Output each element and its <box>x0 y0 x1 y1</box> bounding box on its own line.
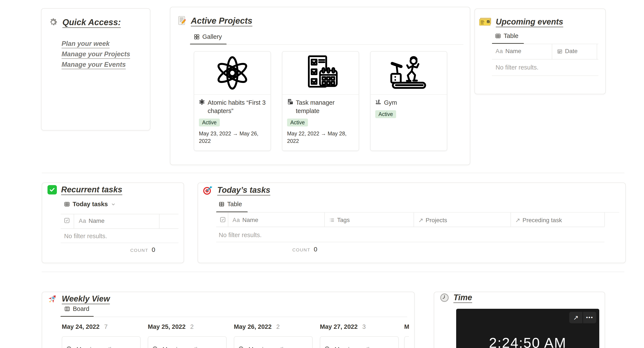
tab-table-upcoming[interactable]: Table <box>495 32 518 40</box>
card-dates: May 22, 2022 → May 28, 2022 <box>287 130 351 145</box>
column-header-name[interactable]: Aa Name <box>496 48 521 55</box>
column-header-date[interactable]: Date <box>557 48 578 55</box>
memo-icon <box>177 16 186 26</box>
card-cover-task-manager <box>282 52 359 95</box>
card-title: Task manager template <box>296 98 354 115</box>
board-card-morning-routine[interactable]: Morning routine <box>320 336 399 348</box>
link-manage-your-events[interactable]: Manage your Events <box>62 61 130 68</box>
table-bottom-divider <box>492 76 598 76</box>
tab-gallery[interactable]: Gallery <box>194 33 222 40</box>
tab-table-todays[interactable]: Table <box>219 201 242 208</box>
column-preceding-label: Preceding task <box>522 217 562 224</box>
tickets-icon <box>479 17 492 27</box>
gallery-card-gym[interactable]: Gym Active <box>370 51 447 151</box>
notion-dashboard-page: Quick Access: Plan your week Manage your… <box>0 0 644 348</box>
column-header-tags[interactable]: Tags <box>329 217 350 224</box>
column-divider <box>414 213 414 227</box>
table-icon <box>219 201 224 207</box>
gallery-card-task-manager[interactable]: Task manager template Active May 22, 202… <box>282 51 359 151</box>
open-in-new-button[interactable]: ↗ <box>569 312 582 323</box>
atom-icon <box>199 99 205 105</box>
more-options-button[interactable]: ••• <box>583 312 596 323</box>
table-top-border <box>61 214 178 214</box>
view-selector-today-tasks[interactable]: Today tasks <box>64 201 116 208</box>
tab-table-label: Table <box>227 201 242 208</box>
board-column-date[interactable]: May 27, 2022 <box>320 323 358 330</box>
board-icon <box>64 306 70 312</box>
column-divider <box>74 214 74 228</box>
board-column-date[interactable]: May 28, 2022 <box>404 323 409 330</box>
board-column-may-26: May 26, 20222 Morning routine <box>234 323 312 330</box>
atom-illustration <box>214 55 250 91</box>
quick-access-title: Quick Access: <box>62 17 121 27</box>
board-column-date[interactable]: May 26, 2022 <box>234 323 272 330</box>
header-row-divider <box>492 59 598 60</box>
board-column-date[interactable]: May 25, 2022 <box>148 323 186 330</box>
target-icon <box>203 185 213 195</box>
morning-routine-icon <box>324 346 331 348</box>
column-header-name[interactable]: Aa Name <box>232 217 258 224</box>
upcoming-events-heading: Upcoming events <box>479 17 563 27</box>
morning-routine-icon <box>66 346 73 348</box>
upcoming-events-title: Upcoming events <box>496 17 563 27</box>
tab-board[interactable]: Board <box>64 305 89 312</box>
board-column-date[interactable]: May 24, 2022 <box>62 323 100 330</box>
view-selector-label: Today tasks <box>72 201 108 208</box>
page-divider <box>42 272 624 272</box>
recurrent-tasks-section: Recurrent tasks Today tasks Aa Name No f… <box>42 183 184 263</box>
column-projects-label: Projects <box>426 217 447 224</box>
column-divider <box>604 213 605 227</box>
link-manage-your-projects[interactable]: Manage your Projects <box>62 50 130 58</box>
board-column-count: 3 <box>362 323 366 330</box>
morning-routine-icon <box>408 346 409 348</box>
board-column-may-25: May 25, 20222 Morning routine <box>148 323 226 330</box>
weekly-view-title: Weekly View <box>62 294 110 304</box>
treadmill-illustration <box>386 55 431 91</box>
task-manager-illustration <box>302 54 339 92</box>
widget-controls: ↗ ••• <box>569 312 596 323</box>
card-dates: May 23, 2022 → May 26, 2022 <box>199 130 263 145</box>
digital-clock-readout: 2:24:50 AM <box>456 335 599 348</box>
empty-state-text: No filter results. <box>496 64 538 71</box>
board-card-morning-routine[interactable]: Morning routine <box>234 336 313 348</box>
weekly-view-section: Weekly View Board May 24, 20227 Morning … <box>42 292 415 348</box>
active-projects-section: Active Projects Gallery <box>170 7 470 165</box>
board-card-morning-routine[interactable]: Morning routine <box>148 336 226 348</box>
card-title: Atomic habits “First 3 chapters” <box>208 98 266 115</box>
column-header-name[interactable]: Aa Name <box>79 218 104 224</box>
quick-access-heading: Quick Access: <box>48 17 121 27</box>
text-property-icon: Aa <box>232 217 240 224</box>
count-value: 0 <box>152 246 155 253</box>
clock-icon <box>440 293 449 302</box>
checkbox-icon[interactable] <box>219 216 226 223</box>
checkbox-icon[interactable] <box>64 217 70 224</box>
active-projects-title: Active Projects <box>191 16 252 26</box>
column-header-projects[interactable]: ↗ Projects <box>418 217 447 224</box>
tab-divider <box>492 44 598 44</box>
column-divider <box>552 44 552 59</box>
table-bottom-divider <box>61 243 178 243</box>
todays-tasks-title: Today’s tasks <box>217 186 270 195</box>
column-name-label: Name <box>505 48 521 55</box>
board-card-morning-routine[interactable] <box>404 336 409 348</box>
tab-board-label: Board <box>73 305 89 312</box>
multi-select-icon <box>329 217 335 223</box>
header-row-divider <box>61 228 178 229</box>
board-card-title: Morning routine <box>76 346 118 348</box>
column-divider <box>597 44 597 59</box>
time-heading: Time <box>440 293 472 302</box>
board-card-morning-routine[interactable]: Morning routine <box>62 336 140 348</box>
board-column-may-28: May 28, 2022 <box>404 323 409 330</box>
gear-icon <box>48 17 58 27</box>
morning-routine-icon <box>152 346 159 348</box>
column-header-preceding-task[interactable]: ↗ Preceding task <box>515 217 562 224</box>
board-column-count: 7 <box>104 323 108 330</box>
link-plan-your-week[interactable]: Plan your week <box>62 40 130 48</box>
column-divider <box>159 214 160 228</box>
gallery-card-atomic-habits[interactable]: Atomic habits “First 3 chapters” Active … <box>194 51 271 151</box>
column-divider <box>510 213 511 227</box>
table-icon <box>495 33 501 39</box>
board-columns: May 24, 20227 Morning routine May 25, 20… <box>62 323 409 348</box>
todays-tasks-section: Today’s tasks Table Aa Name Tags ↗ <box>198 183 626 263</box>
clock-embed-widget: ↗ ••• 2:24:50 AM <box>456 309 599 348</box>
